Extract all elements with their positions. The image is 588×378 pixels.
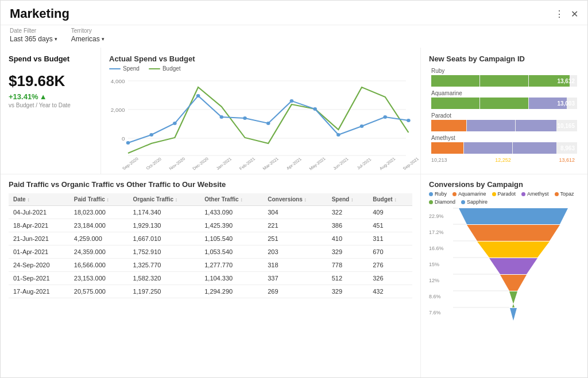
svg-point-8 xyxy=(149,133,153,137)
table-row: 18-Apr-202123,184.0001,929.1301,425.3902… xyxy=(9,219,412,232)
svg-marker-34 xyxy=(467,225,560,241)
svg-point-7 xyxy=(126,141,130,145)
table-row: 01-Apr-202124,359.0001,752.9101,053.5402… xyxy=(9,245,412,259)
line-chart-legend: Spend Budget xyxy=(109,65,412,72)
svg-text:Dec-2020: Dec-2020 xyxy=(191,156,210,171)
more-icon[interactable]: ⋮ xyxy=(555,9,564,20)
table-row: 04-Jul-202118,023.0001,174.3401,433.0903… xyxy=(9,206,412,219)
svg-point-10 xyxy=(196,94,200,98)
date-filter-value[interactable]: Last 365 days ▾ xyxy=(10,35,57,43)
svg-marker-38 xyxy=(509,291,517,307)
svg-text:Aug-2021: Aug-2021 xyxy=(378,156,397,171)
col-organic: Organic Traffic ↕ xyxy=(128,193,200,206)
budget-line-icon xyxy=(149,68,160,69)
bar-chart-section: New Seats by Campaign ID Ruby 13,612 Aqu… xyxy=(421,48,587,174)
bar-chart-title: New Seats by Campaign ID xyxy=(429,54,579,63)
svg-text:0: 0 xyxy=(122,135,125,141)
svg-point-12 xyxy=(243,116,247,120)
svg-marker-33 xyxy=(459,208,568,224)
topaz-dot xyxy=(555,192,559,196)
table-row: 01-Sep-202123,153.0001,582.3201,104.3303… xyxy=(9,272,412,285)
legend-spend: Spend xyxy=(109,65,140,72)
spend-amount: $19.68K xyxy=(9,72,92,90)
territory-filter-chevron: ▾ xyxy=(102,36,105,42)
table-row: 24-Sep-202016,566.0001,325.7701,277.7703… xyxy=(9,259,412,272)
svg-text:4,000: 4,000 xyxy=(111,78,125,84)
traffic-table: Date ↕ Paid Traffic ↕ Organic Traffic ↕ … xyxy=(9,193,412,298)
aquamarine-dot xyxy=(452,192,457,196)
spend-card-title: Spend vs Budget xyxy=(9,54,92,63)
svg-text:2,000: 2,000 xyxy=(111,107,125,112)
funnel-legend: Ruby Aquamarine Paradot Amethyst Topaz xyxy=(429,191,579,205)
svg-point-18 xyxy=(383,115,387,119)
svg-text:May-2021: May-2021 xyxy=(308,156,326,172)
spend-card: Spend vs Budget $19.68K +13.41% ▲ vs Bud… xyxy=(1,48,101,174)
table-row: 17-Aug-202120,575.0001,197.2501,294.2902… xyxy=(9,285,412,298)
svg-point-17 xyxy=(360,124,364,128)
svg-point-13 xyxy=(266,122,270,125)
bar-axis-1: 10,213 xyxy=(431,157,447,163)
svg-text:Apr-2021: Apr-2021 xyxy=(285,157,303,171)
line-chart-area: 4,000 2,000 0 xyxy=(109,75,412,167)
spend-sub: vs Budget / Year to Date xyxy=(9,102,92,108)
date-filter-label: Date Filter xyxy=(10,28,57,34)
svg-marker-35 xyxy=(477,241,550,258)
col-other: Other Traffic ↕ xyxy=(200,193,263,206)
bar-row-amethyst: Amethyst 8,963 xyxy=(431,135,577,154)
col-paid: Paid Traffic ↕ xyxy=(69,193,129,206)
table-title: Paid Traffic vs Organic Traffic vs Other… xyxy=(9,180,412,189)
bar-row-aquamarine: Aquamarine 13,003 xyxy=(431,90,577,109)
paradot-dot xyxy=(492,192,496,196)
territory-filter-value[interactable]: Americas ▾ xyxy=(71,35,105,43)
funnel-chart-container: 22.9% 17.2% 16.6% 15% 12% 8.6% 7.6% xyxy=(429,208,579,321)
line-chart-section: Actual Spend vs Budget Spend Budget xyxy=(101,48,421,174)
svg-point-16 xyxy=(336,133,341,137)
col-date: Date ↕ xyxy=(9,193,69,206)
svg-text:Feb-2021: Feb-2021 xyxy=(238,156,256,171)
svg-marker-37 xyxy=(500,275,527,291)
page-title: Marketing xyxy=(10,6,555,21)
svg-text:Sep-2020: Sep-2020 xyxy=(121,156,140,171)
svg-point-15 xyxy=(313,107,317,111)
svg-text:Mar-2021: Mar-2021 xyxy=(262,156,280,171)
amethyst-dot xyxy=(521,192,525,196)
col-budget: Budget ↕ xyxy=(368,193,412,206)
bar-axis-3: 13,612 xyxy=(559,157,575,163)
col-spend: Spend ↕ xyxy=(327,193,369,206)
col-conversions: Conversions ↕ xyxy=(263,193,327,206)
spend-line-icon xyxy=(109,68,121,69)
svg-text:Jul-2021: Jul-2021 xyxy=(356,157,373,170)
sapphire-dot xyxy=(461,200,465,204)
svg-marker-36 xyxy=(489,258,537,274)
svg-text:Jan-2021: Jan-2021 xyxy=(215,157,233,171)
funnel-title: Conversions by Campaign xyxy=(429,180,579,189)
svg-marker-39 xyxy=(510,308,517,321)
svg-point-11 xyxy=(220,115,224,119)
close-icon[interactable]: ✕ xyxy=(571,9,578,20)
svg-text:Sep-2021: Sep-2021 xyxy=(402,156,420,171)
date-filter[interactable]: Date Filter Last 365 days ▾ xyxy=(10,28,57,43)
svg-text:Nov-2020: Nov-2020 xyxy=(168,156,187,171)
table-section: Paid Traffic vs Organic Traffic vs Other… xyxy=(1,174,421,377)
legend-budget: Budget xyxy=(149,65,181,72)
funnel-pct-labels: 22.9% 17.2% 16.6% 15% 12% 8.6% 7.6% xyxy=(429,208,453,321)
svg-text:Oct-2020: Oct-2020 xyxy=(145,157,163,171)
diamond-dot xyxy=(429,200,433,204)
bar-row-paradot: Paradot 10,165 xyxy=(431,112,577,131)
funnel-svg xyxy=(453,208,574,321)
svg-point-9 xyxy=(173,122,177,125)
date-filter-chevron: ▾ xyxy=(55,36,57,42)
spend-delta: +13.41% ▲ xyxy=(9,92,92,101)
ruby-dot xyxy=(429,192,433,196)
bar-axis-2: 12,252 xyxy=(495,157,511,163)
bar-row-ruby: Ruby 13,612 xyxy=(431,68,577,87)
funnel-section: Conversions by Campaign Ruby Aquamarine … xyxy=(421,174,587,377)
svg-text:Jun-2021: Jun-2021 xyxy=(332,157,350,171)
svg-point-14 xyxy=(290,99,294,103)
table-row: 21-Jun-20214,259.0001,667.0101,105.54025… xyxy=(9,232,412,245)
territory-filter[interactable]: Territory Americas ▾ xyxy=(71,28,105,43)
territory-filter-label: Territory xyxy=(71,28,105,34)
svg-point-19 xyxy=(407,119,411,122)
line-chart-title: Actual Spend vs Budget xyxy=(109,54,412,63)
